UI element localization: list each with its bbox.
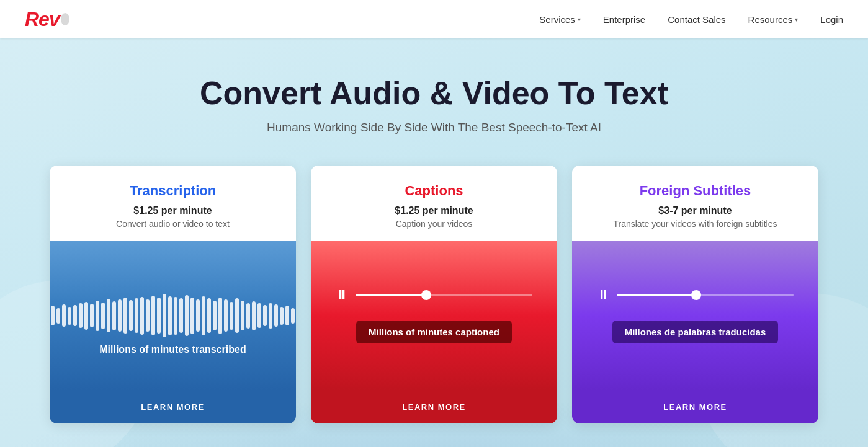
nav-resources[interactable]: Resources ▾ xyxy=(748,14,799,25)
wave-bar xyxy=(157,298,161,333)
captions-progress-fill xyxy=(356,294,426,296)
wave-bar xyxy=(62,304,66,327)
captions-card: Captions $1.25 per minute Caption your v… xyxy=(311,166,557,423)
transcription-visual: Millions of minutes transcribed xyxy=(50,241,296,390)
transcription-learn-more[interactable]: LEARN MORE xyxy=(141,402,204,412)
transcription-price: $1.25 per minute xyxy=(65,205,281,216)
wave-bar xyxy=(151,296,155,336)
wave-bar xyxy=(257,303,261,327)
hero-subtitle: Humans Working Side By Side With The Bes… xyxy=(25,121,843,135)
subtitles-desc: Translate your videos with foreign subti… xyxy=(587,219,803,229)
wave-bar xyxy=(285,306,289,325)
wave-bar xyxy=(168,296,172,335)
nav-contact-sales[interactable]: Contact Sales xyxy=(668,14,725,25)
cards-container: Transcription $1.25 per minute Convert a… xyxy=(25,166,843,423)
wave-bar xyxy=(235,298,239,333)
hero-section: Convert Audio & Video To Text Humans Wor… xyxy=(0,38,868,447)
transcription-badge: Millions of minutes transcribed xyxy=(50,344,296,355)
captions-learn-more[interactable]: LEARN MORE xyxy=(402,402,465,412)
wave-bar xyxy=(140,297,144,335)
wave-bar xyxy=(96,301,99,331)
chevron-down-icon: ▾ xyxy=(578,16,581,23)
nav-enterprise[interactable]: Enterprise xyxy=(603,14,645,25)
wave-bar xyxy=(146,299,150,332)
captions-badge: Millions of minutes captioned xyxy=(356,321,512,343)
wave-bar xyxy=(51,306,55,325)
subtitles-progress-bar[interactable] xyxy=(617,294,794,296)
wave-bar xyxy=(101,303,105,329)
transcription-desc: Convert audio or video to text xyxy=(65,219,281,229)
chevron-down-icon-2: ▾ xyxy=(795,16,798,23)
captions-progress-thumb xyxy=(421,290,431,300)
transcription-title: Transcription xyxy=(65,183,281,199)
wave-bar xyxy=(84,302,88,330)
transcription-card-footer: LEARN MORE xyxy=(50,390,296,423)
wave-bar xyxy=(196,299,200,332)
pause-icon-2[interactable]: ⏸ xyxy=(597,288,609,302)
wave-bar xyxy=(68,307,71,325)
wave-bar xyxy=(269,303,272,329)
subtitles-progress-fill xyxy=(617,294,697,296)
wave-bar xyxy=(79,303,83,328)
wave-bar xyxy=(274,304,278,327)
captions-desc: Caption your videos xyxy=(326,219,542,229)
wave-bar xyxy=(202,296,205,335)
wave-bar xyxy=(135,298,138,333)
wave-bar xyxy=(224,299,228,332)
logo-oval xyxy=(61,13,69,25)
pause-icon[interactable]: ⏸ xyxy=(336,288,348,302)
wave-bar xyxy=(185,295,189,336)
captions-video-player: ⏸ xyxy=(336,288,533,302)
subtitles-price: $3-7 per minute xyxy=(587,205,803,216)
subtitles-video-player: ⏸ xyxy=(597,288,794,302)
wave-bar xyxy=(252,301,256,330)
logo-text: Rev xyxy=(25,8,60,31)
captions-visual: ⏸ Millions of minutes captioned xyxy=(311,241,557,390)
wave-bar xyxy=(107,299,110,332)
nav-services[interactable]: Services ▾ xyxy=(539,14,581,25)
wave-bar xyxy=(213,301,217,330)
wave-bar xyxy=(291,308,295,324)
wave-bar xyxy=(207,298,211,333)
subtitles-visual: ⏸ Millones de palabras traducidas xyxy=(572,241,818,390)
wave-bar xyxy=(280,307,284,325)
wave-bar xyxy=(112,301,116,330)
captions-progress-bar[interactable] xyxy=(356,294,533,296)
wave-bar xyxy=(241,301,244,330)
wave-bar xyxy=(129,300,133,331)
wave-bar xyxy=(230,302,233,330)
wave-bar xyxy=(246,303,250,329)
captions-title: Captions xyxy=(326,183,542,199)
wave-bar xyxy=(118,299,122,332)
subtitles-progress-thumb xyxy=(691,290,701,300)
waveform-container xyxy=(50,241,296,390)
wave-bar xyxy=(263,305,267,326)
wave-bar xyxy=(163,294,166,337)
captions-price: $1.25 per minute xyxy=(326,205,542,216)
subtitles-badge: Millones de palabras traducidas xyxy=(612,321,779,343)
subtitles-card: Foreign Subtitles $3-7 per minute Transl… xyxy=(572,166,818,423)
wave-bar xyxy=(218,298,222,334)
transcription-card: Transcription $1.25 per minute Convert a… xyxy=(50,166,296,423)
subtitles-inner: ⏸ Millones de palabras traducidas xyxy=(572,241,818,390)
logo[interactable]: Rev xyxy=(25,8,69,31)
captions-inner: ⏸ Millions of minutes captioned xyxy=(311,241,557,390)
wave-bar xyxy=(179,298,183,333)
wave-bar xyxy=(73,305,77,326)
captions-card-header: Captions $1.25 per minute Caption your v… xyxy=(311,166,557,241)
wave-bar xyxy=(90,304,94,327)
subtitles-card-header: Foreign Subtitles $3-7 per minute Transl… xyxy=(572,166,818,241)
wave-bar xyxy=(123,298,127,334)
subtitles-learn-more[interactable]: LEARN MORE xyxy=(663,402,727,412)
captions-card-footer: LEARN MORE xyxy=(311,390,557,423)
wave-bars xyxy=(50,291,296,340)
subtitles-card-footer: LEARN MORE xyxy=(572,390,818,423)
wave-bar xyxy=(174,297,177,335)
wave-bar xyxy=(56,308,60,324)
navbar: Rev Services ▾ Enterprise Contact Sales … xyxy=(0,0,868,38)
hero-title: Convert Audio & Video To Text xyxy=(25,76,843,111)
nav-login[interactable]: Login xyxy=(820,14,843,25)
nav-links: Services ▾ Enterprise Contact Sales Reso… xyxy=(539,14,843,25)
subtitles-title: Foreign Subtitles xyxy=(587,183,803,199)
wave-bar xyxy=(190,298,194,334)
